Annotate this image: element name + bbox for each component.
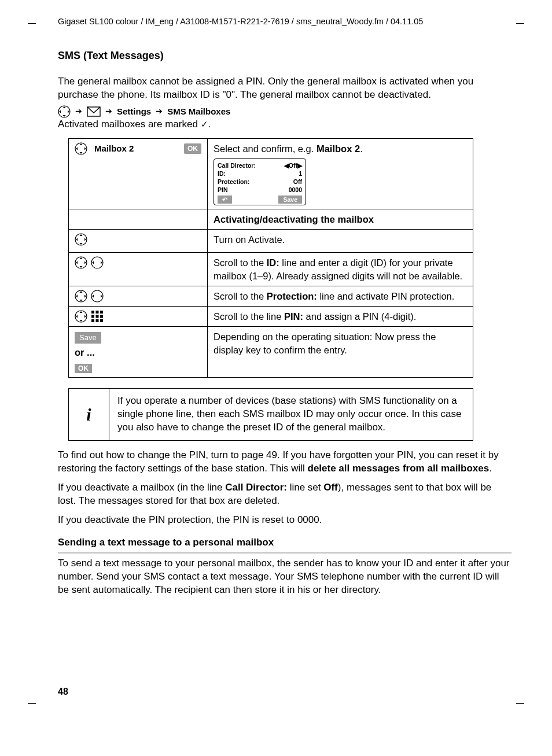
or-label: or ... (75, 347, 95, 357)
manual-page: Gigaset SL100 colour / IM_eng / A31008-M… (0, 0, 552, 756)
nav-control-icon (75, 290, 87, 303)
menu-path: ➔ ➔ Settings ➔ SMS Mailboxes (58, 105, 511, 118)
confirm-entry-text: Depending on the operating situation: No… (208, 327, 473, 378)
page-number: 48 (58, 685, 68, 698)
select-confirm-text: Select and confirm, e.g. Mailbox 2. (214, 142, 467, 155)
nav-lr-icon (91, 290, 104, 303)
menu-settings: Settings (117, 106, 151, 117)
ok-softkey: OK (75, 364, 92, 373)
arrow-icon: ➔ (156, 106, 163, 117)
doc-header: Gigaset SL100 colour / IM_eng / A31008-M… (58, 16, 511, 28)
paragraph-deactivate-mailbox: If you deactivate a mailbox (in the line… (58, 481, 511, 508)
nav-control-icon (75, 233, 87, 246)
check-icon: ✓ (201, 119, 208, 129)
scroll-pin-text: Scroll to the line PIN: and assign a PIN… (208, 307, 473, 327)
menu-sms-mailboxes: SMS Mailboxes (167, 106, 230, 117)
keypad-icon (91, 310, 104, 323)
procedure-table: Mailbox 2 OK Select and confirm, e.g. Ma… (68, 138, 473, 378)
save-softkey: Save (278, 196, 302, 204)
arrow-icon: ➔ (105, 106, 112, 117)
scroll-id-text: Scroll to the ID: line and enter a digit… (208, 253, 473, 286)
mailbox-label: Mailbox 2 (94, 143, 134, 154)
info-box: i If you operate a number of devices (ba… (68, 388, 473, 441)
info-icon: i (69, 389, 109, 441)
activated-note: Activated mailboxes are marked ✓. (58, 118, 511, 131)
nav-control-icon (75, 256, 87, 269)
subsection-title: Sending a text message to a personal mai… (58, 536, 511, 554)
activating-subheader: Activating/deactivating the mailbox (214, 214, 374, 224)
paragraph-deactivate-pin: If you deactivate the PIN protection, th… (58, 514, 511, 527)
section-title: SMS (Text Messages) (58, 49, 511, 62)
ok-softkey: OK (184, 143, 201, 154)
save-softkey: Save (75, 332, 101, 344)
paragraph-change-pin: To find out how to change the PIN, turn … (58, 449, 511, 475)
turn-on-text: Turn on Activate. (208, 230, 473, 253)
nav-control-icon (75, 142, 87, 155)
intro-paragraph: The general mailbox cannot be assigned a… (58, 75, 511, 102)
nav-control-icon (58, 105, 71, 118)
nav-control-icon (75, 310, 87, 323)
back-softkey: ↶ (218, 196, 232, 204)
arrow-icon: ➔ (75, 106, 82, 117)
envelope-icon (87, 106, 101, 117)
scroll-protection-text: Scroll to the Protection: line and activ… (208, 286, 473, 306)
nav-lr-icon (91, 256, 104, 269)
mini-phone-screen: Call Director:◀Off▶ ID:1 Protection:Off … (214, 158, 306, 205)
paragraph-send-personal: To send a text message to your personal … (58, 557, 511, 597)
info-text: If you operate a number of devices (base… (109, 389, 473, 441)
